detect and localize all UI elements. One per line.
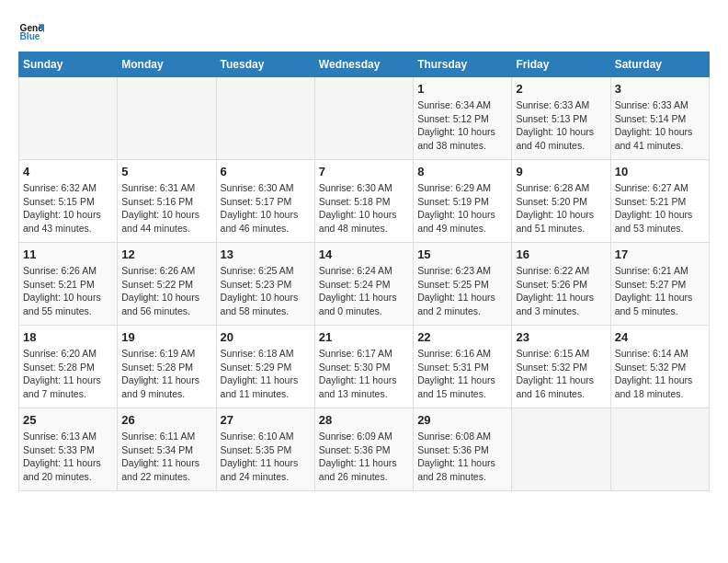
calendar-cell: 16Sunrise: 6:22 AMSunset: 5:26 PMDayligh… [512, 243, 610, 326]
calendar-cell: 23Sunrise: 6:15 AMSunset: 5:32 PMDayligh… [512, 326, 610, 408]
calendar-cell: 15Sunrise: 6:23 AMSunset: 5:25 PMDayligh… [414, 243, 512, 326]
calendar-cell: 13Sunrise: 6:25 AMSunset: 5:23 PMDayligh… [216, 243, 314, 326]
header-day: Friday [512, 52, 610, 77]
day-number: 10 [615, 165, 705, 178]
day-number: 1 [417, 82, 507, 96]
header-day: Saturday [610, 52, 709, 77]
calendar-cell: 9Sunrise: 6:28 AMSunset: 5:20 PMDaylight… [512, 160, 610, 243]
week-row: 1Sunrise: 6:34 AMSunset: 5:12 PMDaylight… [19, 77, 710, 160]
logo: General Blue [18, 18, 48, 44]
day-info: Sunrise: 6:15 AMSunset: 5:32 PMDaylight:… [516, 347, 606, 401]
day-info: Sunrise: 6:09 AMSunset: 5:36 PMDaylight:… [319, 430, 409, 484]
day-info: Sunrise: 6:23 AMSunset: 5:25 PMDaylight:… [417, 264, 507, 318]
day-number: 5 [121, 165, 211, 178]
day-number: 13 [221, 247, 311, 261]
day-info: Sunrise: 6:28 AMSunset: 5:20 PMDaylight:… [516, 181, 606, 236]
week-row: 11Sunrise: 6:26 AMSunset: 5:21 PMDayligh… [19, 243, 710, 326]
day-info: Sunrise: 6:26 AMSunset: 5:21 PMDaylight:… [23, 264, 113, 318]
day-number: 4 [23, 165, 113, 178]
day-number: 24 [615, 330, 705, 344]
header-row: SundayMondayTuesdayWednesdayThursdayFrid… [19, 52, 710, 77]
calendar-cell [118, 77, 216, 160]
day-info: Sunrise: 6:24 AMSunset: 5:24 PMDaylight:… [319, 264, 409, 318]
day-number: 7 [319, 165, 409, 178]
day-number: 28 [319, 413, 409, 427]
calendar-cell: 26Sunrise: 6:11 AMSunset: 5:34 PMDayligh… [118, 408, 216, 491]
day-info: Sunrise: 6:30 AMSunset: 5:18 PMDaylight:… [319, 181, 409, 236]
calendar-cell: 12Sunrise: 6:26 AMSunset: 5:22 PMDayligh… [118, 243, 216, 326]
day-info: Sunrise: 6:34 AMSunset: 5:12 PMDaylight:… [417, 98, 507, 153]
day-number: 27 [221, 413, 311, 427]
day-info: Sunrise: 6:11 AMSunset: 5:34 PMDaylight:… [121, 430, 211, 484]
day-number: 15 [417, 247, 507, 261]
calendar-cell: 17Sunrise: 6:21 AMSunset: 5:27 PMDayligh… [610, 243, 709, 326]
day-number: 17 [615, 247, 705, 261]
calendar-cell [216, 77, 314, 160]
page-header: General Blue [18, 18, 710, 44]
header-day: Wednesday [314, 52, 413, 77]
calendar-cell: 25Sunrise: 6:13 AMSunset: 5:33 PMDayligh… [19, 408, 118, 491]
day-info: Sunrise: 6:16 AMSunset: 5:31 PMDaylight:… [417, 347, 507, 401]
day-info: Sunrise: 6:21 AMSunset: 5:27 PMDaylight:… [615, 264, 705, 318]
calendar-cell: 4Sunrise: 6:32 AMSunset: 5:15 PMDaylight… [19, 160, 118, 243]
day-number: 11 [23, 247, 113, 261]
header-day: Thursday [414, 52, 512, 77]
calendar-cell: 3Sunrise: 6:33 AMSunset: 5:14 PMDaylight… [610, 77, 709, 160]
day-number: 2 [516, 82, 606, 96]
calendar-cell: 27Sunrise: 6:10 AMSunset: 5:35 PMDayligh… [216, 408, 314, 491]
calendar-cell: 22Sunrise: 6:16 AMSunset: 5:31 PMDayligh… [414, 326, 512, 408]
day-info: Sunrise: 6:19 AMSunset: 5:28 PMDaylight:… [121, 347, 211, 401]
day-info: Sunrise: 6:18 AMSunset: 5:29 PMDaylight:… [221, 347, 311, 401]
calendar-cell: 7Sunrise: 6:30 AMSunset: 5:18 PMDaylight… [314, 160, 413, 243]
calendar-cell: 18Sunrise: 6:20 AMSunset: 5:28 PMDayligh… [19, 326, 118, 408]
day-info: Sunrise: 6:33 AMSunset: 5:14 PMDaylight:… [615, 98, 705, 153]
week-row: 25Sunrise: 6:13 AMSunset: 5:33 PMDayligh… [19, 408, 710, 491]
day-number: 3 [615, 82, 705, 96]
calendar-cell: 20Sunrise: 6:18 AMSunset: 5:29 PMDayligh… [216, 326, 314, 408]
header-day: Tuesday [216, 52, 314, 77]
day-info: Sunrise: 6:08 AMSunset: 5:36 PMDaylight:… [417, 430, 507, 484]
day-number: 8 [417, 165, 507, 178]
day-info: Sunrise: 6:33 AMSunset: 5:13 PMDaylight:… [516, 98, 606, 153]
day-number: 26 [121, 413, 211, 427]
calendar-cell: 11Sunrise: 6:26 AMSunset: 5:21 PMDayligh… [19, 243, 118, 326]
calendar-cell: 24Sunrise: 6:14 AMSunset: 5:32 PMDayligh… [610, 326, 709, 408]
day-info: Sunrise: 6:31 AMSunset: 5:16 PMDaylight:… [121, 181, 211, 236]
calendar-cell: 14Sunrise: 6:24 AMSunset: 5:24 PMDayligh… [314, 243, 413, 326]
calendar-cell: 19Sunrise: 6:19 AMSunset: 5:28 PMDayligh… [118, 326, 216, 408]
day-number: 12 [121, 247, 211, 261]
svg-text:Blue: Blue [20, 31, 40, 41]
day-info: Sunrise: 6:20 AMSunset: 5:28 PMDaylight:… [23, 347, 113, 401]
day-number: 20 [221, 330, 311, 344]
calendar-cell: 6Sunrise: 6:30 AMSunset: 5:17 PMDaylight… [216, 160, 314, 243]
day-info: Sunrise: 6:10 AMSunset: 5:35 PMDaylight:… [221, 430, 311, 484]
day-info: Sunrise: 6:17 AMSunset: 5:30 PMDaylight:… [319, 347, 409, 401]
day-info: Sunrise: 6:27 AMSunset: 5:21 PMDaylight:… [615, 181, 705, 236]
day-info: Sunrise: 6:29 AMSunset: 5:19 PMDaylight:… [417, 181, 507, 236]
day-number: 14 [319, 247, 409, 261]
day-number: 19 [121, 330, 211, 344]
day-number: 9 [516, 165, 606, 178]
day-info: Sunrise: 6:32 AMSunset: 5:15 PMDaylight:… [23, 181, 113, 236]
calendar-cell: 5Sunrise: 6:31 AMSunset: 5:16 PMDaylight… [118, 160, 216, 243]
week-row: 4Sunrise: 6:32 AMSunset: 5:15 PMDaylight… [19, 160, 710, 243]
calendar-cell [314, 77, 413, 160]
day-info: Sunrise: 6:30 AMSunset: 5:17 PMDaylight:… [221, 181, 311, 236]
header-day: Sunday [19, 52, 118, 77]
day-number: 22 [417, 330, 507, 344]
calendar-cell [610, 408, 709, 491]
day-number: 29 [417, 413, 507, 427]
day-number: 16 [516, 247, 606, 261]
calendar-cell: 21Sunrise: 6:17 AMSunset: 5:30 PMDayligh… [314, 326, 413, 408]
week-row: 18Sunrise: 6:20 AMSunset: 5:28 PMDayligh… [19, 326, 710, 408]
logo-icon: General Blue [18, 18, 44, 44]
calendar-cell: 29Sunrise: 6:08 AMSunset: 5:36 PMDayligh… [414, 408, 512, 491]
day-number: 21 [319, 330, 409, 344]
header-day: Monday [118, 52, 216, 77]
calendar-cell: 10Sunrise: 6:27 AMSunset: 5:21 PMDayligh… [610, 160, 709, 243]
calendar-cell [19, 77, 118, 160]
calendar-cell: 28Sunrise: 6:09 AMSunset: 5:36 PMDayligh… [314, 408, 413, 491]
day-info: Sunrise: 6:26 AMSunset: 5:22 PMDaylight:… [121, 264, 211, 318]
calendar-cell: 1Sunrise: 6:34 AMSunset: 5:12 PMDaylight… [414, 77, 512, 160]
calendar-cell [512, 408, 610, 491]
